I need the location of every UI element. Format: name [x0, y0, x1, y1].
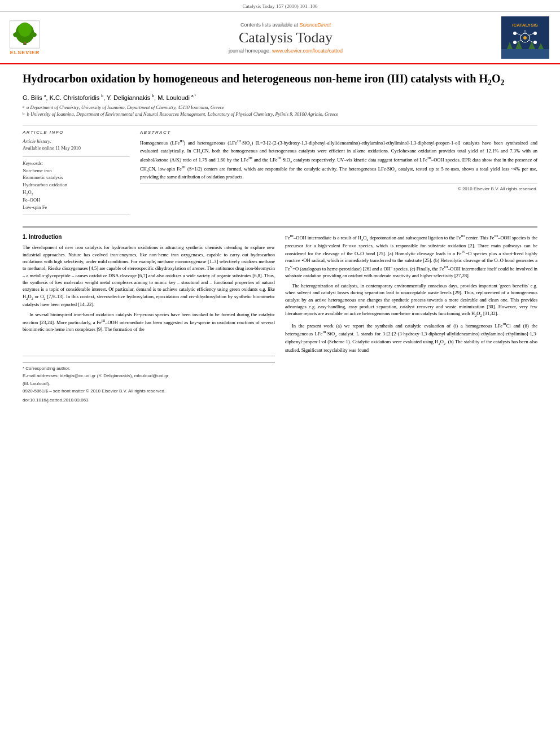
homepage-label: journal homepage: [229, 48, 271, 54]
sciencedirect-line: Contents lists available at ScienceDirec… [240, 22, 331, 28]
svg-point-15 [533, 41, 537, 44]
catalysis-logo: iCATALYSIS [501, 16, 549, 59]
affil-a: a a Department of Chemistry, University … [23, 104, 537, 111]
keyword-3: Hydrocarbon oxidation [23, 181, 130, 189]
article-info-abstract-section: ARTICLE INFO Article history: Available … [23, 125, 537, 219]
affiliations: a a Department of Chemistry, University … [23, 104, 537, 118]
intro-para2: In several bioinspired iron-based oxidat… [23, 311, 275, 333]
email-note: E-mail addresses: ideligia@cc.uoi.gr (Y.… [23, 373, 275, 379]
svg-point-13 [533, 32, 537, 35]
footnote-area: * Corresponding author. E-mail addresses… [23, 362, 275, 404]
article-info-col: ARTICLE INFO Article history: Available … [23, 130, 130, 219]
keyword-1: Non-heme iron [23, 167, 130, 174]
body-col-right: FeIII–OOH intermediate is a result of H2… [285, 233, 537, 404]
affil-b: b b University of Ioannina, Department o… [23, 111, 537, 118]
intro-heading: 1. Introduction [23, 233, 275, 242]
license-note: 0920-5861/$ – see front matter © 2010 El… [23, 388, 275, 395]
keywords-label: Keywords: [23, 160, 130, 166]
affil-b-sup: b [23, 111, 25, 118]
elsevier-logo: ELSEVIER [8, 20, 42, 55]
intro-para1: The development of new iron catalysts fo… [23, 244, 275, 308]
affil-b-text: b University of Ioannina, Department of … [27, 111, 339, 118]
elsevier-text: ELSEVIER [10, 50, 40, 55]
svg-point-12 [513, 32, 517, 35]
journal-citation: Catalysis Today 157 (2010) 101–106 [242, 3, 317, 9]
affil-a-text: a Department of Chemistry, University of… [27, 104, 224, 111]
article-history-block: Article history: Available online 11 May… [23, 138, 130, 157]
keyword-6: Low-spin Fe [23, 204, 130, 211]
right-para3: In the present work (a) we report the sy… [285, 321, 537, 353]
body-section: 1. Introduction The development of new i… [23, 226, 537, 404]
elsevier-logo-area: ELSEVIER [8, 16, 70, 59]
svg-point-6 [13, 32, 20, 37]
authors-text: G. Bilis a, K.C. Christoforidis b, Y. De… [23, 94, 196, 101]
doi-note: doi:10.1016/j.cattod.2010.03.063 [23, 397, 275, 404]
keywords-block: Keywords: Non-heme iron Biomimetic catal… [23, 160, 130, 215]
abstract-text: Homogeneous (LFeIII) and heterogeneous (… [140, 138, 537, 180]
page-wrapper: Catalysis Today 157 (2010) 101–106 [0, 0, 560, 747]
affil-a-sup: a [23, 104, 24, 111]
catalysis-logo-icon: iCATALYSIS [501, 16, 549, 59]
svg-point-14 [513, 41, 517, 44]
history-label: Article history: [23, 138, 130, 144]
copyright-line: © 2010 Elsevier B.V. All rights reserved… [140, 184, 537, 191]
abstract-label: ABSTRACT [140, 130, 537, 135]
body-col-left: 1. Introduction The development of new i… [23, 233, 275, 404]
keyword-2: Biomimetic catalysis [23, 174, 130, 181]
elsevier-tree-icon [8, 20, 42, 49]
homepage-link[interactable]: www.elsevier.com/locate/cattod [272, 48, 343, 54]
catalysis-logo-area: iCATALYSIS [501, 16, 552, 59]
article-title: Hydrocarbon oxidation by homogeneous and… [23, 71, 537, 88]
right-para2: The heterogenization of catalysts, in co… [285, 282, 537, 318]
corresponding-note: * Corresponding author. [23, 365, 275, 372]
email-note2: (M. Louloudi). [23, 381, 275, 387]
keywords-list: Non-heme iron Biomimetic catalysis Hydro… [23, 167, 130, 211]
journal-title-area: Contents lists available at ScienceDirec… [76, 16, 496, 59]
history-value: Available online 11 May 2010 [23, 145, 130, 151]
journal-header: ELSEVIER Contents lists available at Sci… [0, 12, 560, 64]
svg-point-11 [523, 36, 527, 40]
article-title-text: Hydrocarbon oxidation by homogeneous and… [23, 72, 505, 85]
abstract-col: ABSTRACT Homogeneous (LFeIII) and hetero… [140, 130, 537, 219]
keyword-5: Fe–OOH [23, 196, 130, 204]
sciencedirect-link[interactable]: ScienceDirect [300, 22, 331, 28]
right-para1: FeIII–OOH intermediate is a result of H2… [285, 233, 537, 279]
journal-homepage: journal homepage: www.elsevier.com/locat… [229, 48, 343, 54]
article-info-label: ARTICLE INFO [23, 130, 130, 135]
svg-point-7 [29, 32, 37, 37]
content-area: Hydrocarbon oxidation by homogeneous and… [0, 64, 560, 409]
email-values: ideligia@cc.uoi.gr (Y. Deligiannakis), m… [60, 373, 168, 378]
keyword-4: H2O2 [23, 189, 130, 196]
svg-point-5 [24, 41, 27, 44]
journal-citation-bar: Catalysis Today 157 (2010) 101–106 [0, 0, 560, 12]
email-label: E-mail addresses: [23, 373, 59, 378]
authors-line: G. Bilis a, K.C. Christoforidis b, Y. De… [23, 94, 537, 101]
svg-text:iCATALYSIS: iCATALYSIS [512, 23, 538, 28]
contents-label: Contents lists available at [240, 22, 298, 28]
journal-title: Catalysis Today [239, 29, 333, 46]
footnote-divider [23, 356, 275, 356]
svg-rect-21 [501, 49, 549, 59]
